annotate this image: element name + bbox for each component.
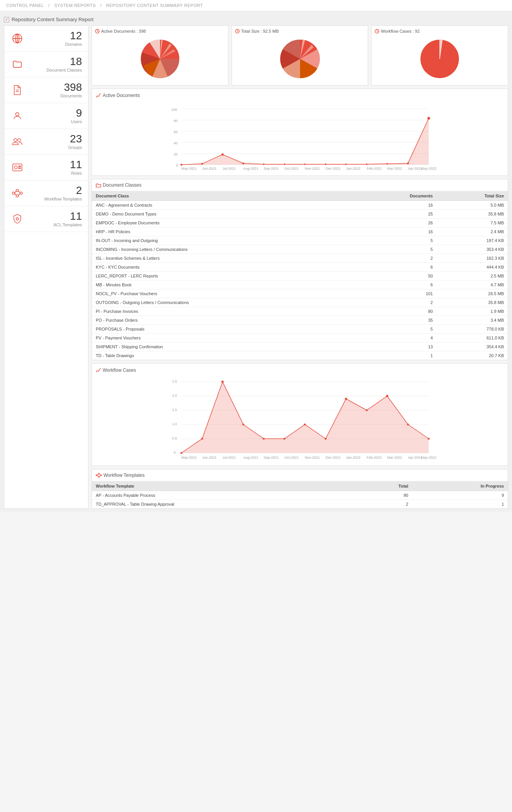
svg-line-115 <box>100 474 101 475</box>
svg-rect-11 <box>18 166 21 167</box>
svg-point-13 <box>12 192 15 194</box>
stat-workflow-templates: 2 Workflow Templates <box>4 180 88 206</box>
svg-point-99 <box>242 424 244 426</box>
svg-text:0.5: 0.5 <box>172 436 177 440</box>
col-wf-inprogress: In Progress <box>412 481 508 491</box>
doc-class-docs: 26 <box>356 219 437 227</box>
svg-point-10 <box>14 166 17 169</box>
doc-class-size: 444.4 KB <box>437 263 508 272</box>
stat-document-classes: 18 Document Classes <box>4 52 88 77</box>
domains-label: Domains <box>29 42 82 47</box>
svg-text:Mar-2022: Mar-2022 <box>387 167 402 170</box>
svg-point-59 <box>222 153 224 155</box>
shield-icon <box>10 212 24 226</box>
groups-label: Groups <box>29 145 82 150</box>
pie-workflow-cases: Workflow Cases : 92 <box>371 25 508 85</box>
wf-template-total: 2 <box>358 500 412 509</box>
svg-text:Oct-2021: Oct-2021 <box>285 167 299 170</box>
table-row: PROPOSALS - Proposals 5 778.0 KB <box>92 325 508 334</box>
doc-class-name: HRP - HR Policies <box>92 227 356 236</box>
doc-class-size: 353.4 KB <box>437 245 508 254</box>
table-row: NOCIL_PV - Purchase Vouchers 101 26.5 MB <box>92 289 508 298</box>
doc-class-size: 7.5 MB <box>437 219 508 227</box>
table-row: EMPDOC - Employee Documents 26 7.5 MB <box>92 219 508 227</box>
workflow-templates-table-title: Workflow Templates <box>92 469 508 481</box>
svg-point-6 <box>16 112 19 116</box>
col-documents: Documents <box>356 191 437 201</box>
svg-text:Feb-2022: Feb-2022 <box>367 456 382 459</box>
svg-point-63 <box>304 164 306 165</box>
workflow-icon <box>10 186 24 200</box>
table-row: PV - Payment Vouchers 4 611.0 KB <box>92 334 508 343</box>
doc-class-docs: 5 <box>356 236 437 245</box>
svg-point-15 <box>16 195 18 197</box>
svg-point-14 <box>16 189 18 192</box>
wf-template-name: TD_APPROVAL - Table Drawing Approval <box>92 500 358 509</box>
doc-class-docs: 25 <box>356 210 437 219</box>
svg-text:1.0: 1.0 <box>172 422 177 426</box>
pie-active-docs-chart <box>95 36 225 82</box>
svg-point-7 <box>14 139 17 142</box>
documents-label: Documents <box>29 94 82 98</box>
folder-icon <box>10 57 24 71</box>
doc-class-docs: 35 <box>356 316 437 325</box>
wf-template-total: 90 <box>358 491 412 500</box>
svg-point-98 <box>222 381 224 383</box>
table-row: DEMO - Demo Document Types 25 35.8 MB <box>92 210 508 219</box>
doc-class-name: DEMO - Demo Document Types <box>92 210 356 219</box>
doc-class-docs: 16 <box>356 201 437 210</box>
right-panel: Active Documents : 398 <box>92 25 508 509</box>
doc-class-name: SHIPMENT - Shipping Confirmation <box>92 343 356 351</box>
svg-point-68 <box>407 162 409 164</box>
svg-text:Dec-2021: Dec-2021 <box>326 167 341 170</box>
pie-total-size: Total Size : 92.5 MB <box>232 25 369 85</box>
table-row: SHIPMENT - Shipping Confirmation 13 354.… <box>92 343 508 351</box>
svg-point-57 <box>180 164 182 166</box>
svg-line-18 <box>15 193 16 195</box>
table-row: ANC - Agreement & Contracts 16 5.0 MB <box>92 201 508 210</box>
svg-text:40: 40 <box>174 141 178 145</box>
doc-class-size: 611.0 KB <box>437 334 508 343</box>
document-classes-table: Document Class Documents Total Size ANC … <box>92 191 508 360</box>
svg-text:Mar-2022: Mar-2022 <box>387 456 402 459</box>
doc-class-docs: 6 <box>356 263 437 272</box>
svg-point-110 <box>98 473 100 475</box>
svg-point-108 <box>428 438 430 440</box>
col-wf-total: Total <box>358 481 412 491</box>
svg-text:Apr-2022: Apr-2022 <box>408 167 422 170</box>
col-total-size: Total Size <box>437 191 508 201</box>
svg-text:Nov-2021: Nov-2021 <box>305 167 320 170</box>
doc-class-size: 26.5 MB <box>437 289 508 298</box>
doc-class-name: LERC_REPORT - LERC Reports <box>92 272 356 281</box>
user-icon <box>10 109 24 123</box>
breadcrumb-item-2[interactable]: SYSTEM REPORTS <box>54 3 96 8</box>
workflow-cases-svg: 0 0.5 1.0 1.5 2.0 2.5 May-2021 <box>96 376 504 461</box>
domains-info: 12 Domains <box>29 30 82 47</box>
pie-total-size-title: Total Size : 92.5 MB <box>235 29 365 33</box>
svg-text:Jul-2021: Jul-2021 <box>223 456 236 459</box>
doc-class-docs: 1 <box>356 351 437 360</box>
doc-class-docs: 2 <box>356 298 437 307</box>
svg-point-106 <box>386 395 389 397</box>
pie-active-docs-title: Active Documents : 398 <box>95 29 225 33</box>
acl-templates-info: 11 ACL Templates <box>29 211 82 227</box>
svg-point-102 <box>304 424 306 426</box>
doc-class-name: ANC - Agreement & Contracts <box>92 201 356 210</box>
svg-point-109 <box>96 475 97 476</box>
svg-text:0: 0 <box>174 451 176 454</box>
table-row: TD_APPROVAL - Table Drawing Approval 2 1 <box>92 500 508 509</box>
breadcrumb-item-1[interactable]: CONTROL PANEL <box>6 3 44 8</box>
table-row: PO - Purchase Orders 35 3.4 MB <box>92 316 508 325</box>
svg-text:Oct-2021: Oct-2021 <box>285 456 299 459</box>
documents-count: 398 <box>29 82 82 93</box>
report-checkbox[interactable]: ✓ <box>4 17 9 22</box>
doc-class-docs: 101 <box>356 289 437 298</box>
pie-workflow-cases-title: Workflow Cases : 92 <box>375 29 505 33</box>
doc-class-name: OUTGOING - Outgoing Letters / Communicat… <box>92 298 356 307</box>
groups-count: 23 <box>29 134 82 144</box>
active-docs-svg: 0 20 40 60 80 100 May-2021 <box>96 101 504 170</box>
doc-class-name: IN-OUT - Incoming and Outgoing <box>92 236 356 245</box>
domains-count: 12 <box>29 30 82 41</box>
doc-class-size: 162.3 KB <box>437 254 508 263</box>
svg-text:80: 80 <box>174 119 178 123</box>
